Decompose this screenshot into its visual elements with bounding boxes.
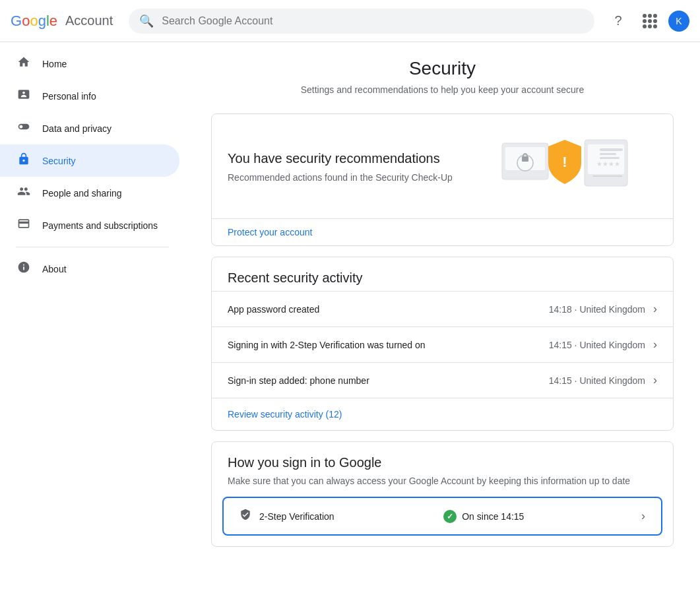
signin-title: How you sign in to Google: [212, 442, 673, 476]
sidebar-label-people-sharing: People and sharing: [42, 188, 122, 199]
protect-account-link[interactable]: Protect your account: [228, 227, 312, 237]
recommendations-card: You have security recommendations Recomm…: [211, 113, 674, 246]
recommendations-card-footer: Protect your account: [212, 218, 673, 245]
activity-item-2[interactable]: Sign-in step added: phone number 14:15 ·…: [212, 362, 673, 398]
recent-activity-title: Recent security activity: [212, 257, 673, 291]
help-icon: ?: [614, 13, 621, 28]
header: Google Account 🔍 ? K: [0, 0, 700, 42]
badge-icon: [16, 88, 32, 104]
sidebar-label-security: Security: [42, 156, 76, 166]
sidebar-label-payments: Payments and subscriptions: [42, 220, 158, 231]
svg-rect-10: [522, 156, 528, 162]
verification-item[interactable]: 2-Step Verification ✓ On since 14:15 ›: [222, 497, 662, 536]
rec-illustration: ! ★★★★: [472, 130, 657, 203]
chevron-right-icon-verification: ›: [641, 509, 645, 523]
people-icon: [16, 185, 32, 201]
svg-rect-8: [600, 157, 620, 159]
sidebar-label-data-privacy: Data and privacy: [42, 123, 111, 134]
rec-content: You have security recommendations Recomm…: [228, 150, 472, 183]
grid-icon: [643, 14, 657, 28]
chevron-right-icon-0: ›: [653, 302, 657, 316]
logo-account-label: Account: [65, 13, 113, 28]
avatar[interactable]: K: [668, 11, 689, 32]
svg-text:!: !: [562, 154, 567, 170]
rec-title: You have security recommendations: [228, 150, 472, 167]
security-illustration: ! ★★★★: [499, 130, 631, 203]
google-logo: Google: [11, 13, 57, 30]
activity-item-1[interactable]: Signing in with 2-Step Verification was …: [212, 327, 673, 362]
svg-rect-6: [600, 148, 623, 151]
review-activity-link[interactable]: Review security activity (12): [228, 409, 342, 420]
svg-text:★★★★: ★★★★: [596, 160, 620, 168]
apps-button[interactable]: [637, 8, 663, 34]
status-text: On since 14:15: [462, 511, 524, 522]
recent-activity-footer: Review security activity (12): [212, 398, 673, 430]
layout: Home Personal info Data and privacy Secu…: [0, 42, 700, 593]
signin-card: How you sign in to Google Make sure that…: [211, 441, 674, 547]
sidebar-item-payments[interactable]: Payments and subscriptions: [0, 209, 179, 241]
rec-desc: Recommended actions found in the Securit…: [228, 172, 472, 183]
shield-check-icon: [239, 509, 251, 524]
logo: Google Account: [11, 13, 113, 30]
toggle-icon: [16, 120, 32, 137]
svg-rect-7: [600, 153, 616, 155]
verification-left: 2-Step Verification: [239, 509, 334, 524]
sidebar-item-people-sharing[interactable]: People and sharing: [0, 177, 179, 209]
search-bar[interactable]: 🔍: [129, 9, 594, 34]
recent-activity-card: Recent security activity App password cr…: [211, 257, 674, 431]
verification-status: ✓ On since 14:15: [443, 510, 524, 523]
sidebar-label-about: About: [42, 264, 67, 274]
page-title: Security: [211, 58, 674, 79]
home-icon: [16, 55, 32, 72]
sidebar-label-home: Home: [42, 59, 67, 69]
lock-icon: [16, 152, 32, 169]
info-icon: [16, 261, 32, 277]
status-dot: ✓: [443, 510, 457, 523]
activity-label-0: App password created: [228, 304, 549, 315]
search-input[interactable]: [162, 15, 584, 27]
header-actions: ? K: [605, 8, 689, 34]
credit-card-icon: [16, 217, 32, 234]
activity-label-2: Sign-in step added: phone number: [228, 375, 549, 386]
page-subtitle: Settings and recommendations to help you…: [211, 84, 674, 95]
activity-meta-2: 14:15 · United Kingdom: [549, 375, 645, 386]
activity-item-0[interactable]: App password created 14:18 · United King…: [212, 291, 673, 327]
activity-meta-1: 14:15 · United Kingdom: [549, 340, 645, 350]
help-button[interactable]: ?: [605, 8, 631, 34]
search-icon: 🔍: [139, 14, 154, 28]
sidebar-item-personal-info[interactable]: Personal info: [0, 80, 179, 112]
main-content: Security Settings and recommendations to…: [185, 42, 700, 593]
sidebar-item-security[interactable]: Security: [0, 144, 179, 177]
sidebar-item-data-privacy[interactable]: Data and privacy: [0, 112, 179, 144]
sidebar-item-home[interactable]: Home: [0, 47, 179, 80]
signin-desc: Make sure that you can always access you…: [212, 476, 673, 497]
activity-meta-0: 14:18 · United Kingdom: [549, 304, 645, 315]
sidebar: Home Personal info Data and privacy Secu…: [0, 42, 185, 593]
chevron-right-icon-2: ›: [653, 373, 657, 387]
activity-label-1: Signing in with 2-Step Verification was …: [228, 340, 549, 350]
sidebar-divider: [16, 247, 169, 247]
sidebar-label-personal-info: Personal info: [42, 91, 96, 102]
chevron-right-icon-1: ›: [653, 338, 657, 352]
recommendations-card-body: You have security recommendations Recomm…: [212, 114, 673, 218]
verification-label: 2-Step Verification: [259, 511, 334, 522]
checkmark-icon: ✓: [447, 512, 453, 521]
sidebar-item-about[interactable]: About: [0, 253, 179, 285]
